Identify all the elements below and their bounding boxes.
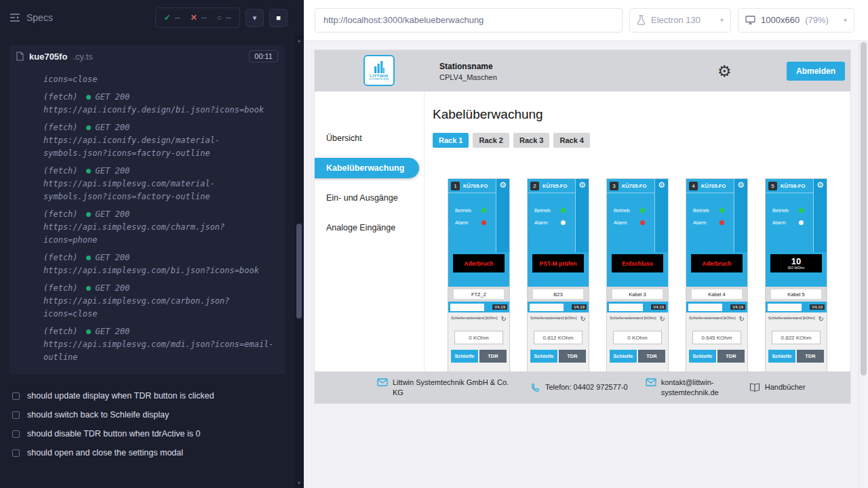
device-cards: 1 KÜ705-FO ⚙ Betrieb	[433, 179, 850, 382]
stop-button[interactable]: ■	[269, 9, 288, 27]
card-status: Betrieb Alarm	[772, 207, 804, 232]
sidebar-item[interactable]: Ein- und Ausgänge	[315, 188, 424, 208]
card-gear-icon[interactable]: ⚙	[578, 181, 586, 189]
cable-name-field: Kabel 3	[612, 289, 663, 299]
viewport-select[interactable]: 1000x660 (79%) ▾	[738, 8, 854, 33]
scroll-up-icon[interactable]: ▲	[294, 38, 304, 43]
card-status: Betrieb Alarm	[455, 207, 486, 232]
log-entry[interactable]: (fetch) GET 200 https://api.simplesvg.co…	[43, 208, 278, 247]
log-status: GET 200	[86, 121, 130, 134]
test-item[interactable]: should switch back to Schleife display	[12, 405, 283, 424]
log-status: GET 200	[86, 91, 130, 104]
sidebar-item[interactable]: Analoge Eingänge	[315, 218, 424, 238]
settings-gear-icon[interactable]: ⚙	[717, 63, 732, 79]
tdr-button[interactable]: TDR	[717, 350, 745, 363]
log-status: GET 200	[86, 208, 130, 221]
runner-toolbar: Specs ✓-- ✕-- ○-- ▾ ■	[0, 0, 294, 35]
betrieb-label: Betrieb	[455, 207, 471, 214]
betrieb-label: Betrieb	[772, 207, 789, 214]
test-box-icon	[12, 411, 20, 419]
loop-resistance-label: Schleifenwiderstand [kOhm]	[689, 316, 735, 320]
schleife-button[interactable]: Schleife	[610, 350, 637, 363]
collapse-button[interactable]: ▾	[245, 9, 264, 27]
tdr-button[interactable]: TDR	[638, 350, 665, 363]
stat-pending: ○--	[217, 13, 231, 22]
spec-name: kue705fo	[29, 52, 67, 62]
log-entry[interactable]: icons=close	[43, 73, 278, 86]
page-scrollbar[interactable]	[859, 41, 868, 488]
refresh-icon[interactable]: ↻	[580, 316, 586, 322]
test-item[interactable]: should open and close the settings modal	[12, 443, 283, 462]
phone-icon	[531, 383, 540, 392]
rack-tab[interactable]: Rack 2	[473, 133, 509, 148]
scroll-down-icon[interactable]: ▼	[294, 481, 304, 485]
specs-button[interactable]: Specs	[9, 12, 53, 23]
schleife-button[interactable]: Schleife	[451, 350, 478, 363]
card-side-strip	[734, 179, 747, 252]
device-card: 5 KÜ706-FO ⚙ Betrieb	[766, 179, 827, 382]
tdr-button[interactable]: TDR	[479, 350, 507, 363]
schleife-button[interactable]: Schleife	[530, 350, 557, 363]
log-entry[interactable]: (fetch) GET 200 https://api.simplesvg.co…	[43, 325, 278, 364]
runner-scrollbar[interactable]: ▲ ▼	[294, 35, 304, 488]
stat-failed: ✕--	[191, 13, 207, 22]
schleife-button[interactable]: Schleife	[689, 350, 716, 363]
log-entry[interactable]: (fetch) GET 200 https://api.simplesvg.co…	[43, 282, 278, 321]
browser-name: Electron 130	[651, 15, 701, 25]
passed-icon: ✓	[164, 13, 171, 22]
runner-scrollbar-thumb[interactable]	[296, 224, 302, 319]
refresh-icon[interactable]: ↻	[501, 316, 507, 322]
url-input[interactable]	[323, 15, 614, 25]
rack-tab[interactable]: Rack 3	[513, 133, 549, 148]
card-gear-icon[interactable]: ⚙	[816, 181, 824, 189]
rack-tab-label: Rack 2	[479, 136, 502, 144]
alarm-badge-unit: ISO MOhm	[787, 266, 804, 270]
card-divider	[607, 192, 654, 193]
browser-pane: Electron 130 ▾ 1000x660 (79%) ▾	[304, 0, 868, 488]
logout-button[interactable]: Abmelden	[787, 62, 845, 81]
footer-manuals[interactable]: Handbücher	[749, 382, 806, 392]
refresh-icon[interactable]: ↻	[660, 316, 665, 322]
viewport-zoom: (79%)	[805, 15, 829, 25]
browser-select[interactable]: Electron 130 ▾	[629, 8, 731, 33]
alarm-label: Alarm	[772, 220, 786, 226]
email-icon	[646, 378, 656, 386]
command-log: icons=close (fetch) GET 200 https://api.…	[9, 68, 285, 374]
alarm-label: Alarm	[614, 220, 627, 226]
log-entry[interactable]: (fetch) GET 200 https://api.iconify.desi…	[43, 91, 278, 117]
page-scrollbar-thumb[interactable]	[861, 42, 867, 375]
cable-name-field: FTZ_2	[454, 289, 504, 299]
alarm-badge: Aderbruch	[691, 254, 743, 272]
log-status: GET 200	[86, 165, 130, 178]
version-box	[450, 304, 484, 311]
log-entry[interactable]: (fetch) GET 200 https://api.simplesvg.co…	[43, 165, 278, 203]
tdr-button[interactable]: TDR	[797, 350, 824, 363]
card-divider	[528, 192, 575, 193]
test-item[interactable]: should disable TDR button when tdrActive…	[12, 424, 283, 443]
log-fetch-label: (fetch)	[43, 251, 78, 264]
sidebar-item[interactable]: Kabelüberwachung	[315, 158, 419, 178]
test-box-icon	[12, 430, 20, 438]
test-label: should disable TDR button when tdrActive…	[27, 429, 200, 439]
card-gear-icon[interactable]: ⚙	[499, 181, 507, 189]
test-stats: ✓-- ✕-- ○--	[155, 7, 240, 28]
sidebar-item[interactable]: Übersicht	[315, 128, 424, 148]
rack-tab[interactable]: Rack 1	[433, 133, 469, 148]
card-gear-icon[interactable]: ⚙	[737, 181, 745, 189]
refresh-icon[interactable]: ↻	[739, 316, 745, 322]
alarm-status-dot	[481, 220, 486, 225]
rack-tab[interactable]: Rack 4	[553, 133, 589, 148]
sidebar-toggle-icon	[9, 13, 20, 22]
tdr-button[interactable]: TDR	[559, 350, 586, 363]
test-item[interactable]: should update display when TDR button is…	[12, 386, 283, 405]
log-entry[interactable]: (fetch) GET 200 https://api.iconify.desi…	[43, 121, 278, 160]
refresh-icon[interactable]: ↻	[818, 316, 824, 322]
version-box	[688, 304, 722, 311]
card-gear-icon[interactable]: ⚙	[658, 181, 665, 189]
card-model-label: KÜ705-FO	[542, 183, 567, 189]
version-strip: V4.19	[766, 302, 827, 312]
log-entry[interactable]: (fetch) GET 200 https://api.simplesvg.co…	[43, 251, 278, 277]
spec-header[interactable]: kue705fo .cy.ts 00:11	[9, 45, 285, 68]
alarm-badge-text: Aderbruch	[703, 260, 732, 267]
schleife-button[interactable]: Schleife	[768, 350, 795, 363]
